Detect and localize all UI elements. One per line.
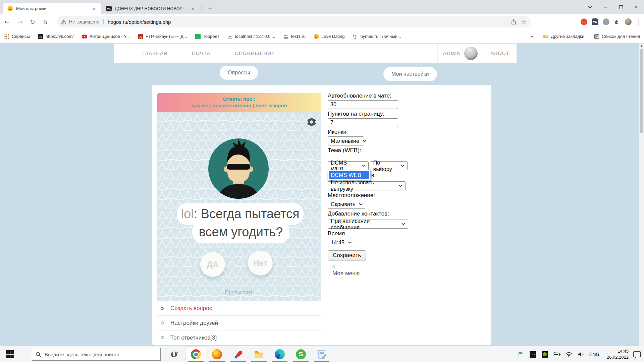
task-view-icon[interactable] bbox=[167, 346, 182, 362]
taskbar-search[interactable] bbox=[32, 348, 161, 361]
window-controls: – × bbox=[582, 0, 644, 14]
reading-list-button[interactable]: Список для чтения bbox=[594, 34, 640, 39]
back-link[interactable]: « bbox=[332, 263, 485, 269]
taskbar-skype[interactable]: S bbox=[290, 346, 311, 362]
profile-avatar-icon[interactable] bbox=[625, 18, 632, 25]
tab-my-settings[interactable]: Мои настройки bbox=[383, 67, 437, 81]
contacts-select[interactable]: При написании сообщения bbox=[328, 220, 408, 229]
per-page-input[interactable] bbox=[328, 118, 398, 127]
my-menu-link[interactable]: Мое меню bbox=[332, 270, 485, 277]
svg-text:vk: vk bbox=[39, 36, 42, 38]
tab-close-icon[interactable]: × bbox=[190, 5, 196, 11]
bookmark-services[interactable]: Сервисы bbox=[4, 34, 30, 39]
taskbar-edge[interactable] bbox=[269, 346, 290, 362]
tab-polls[interactable]: Опроссы bbox=[220, 66, 258, 80]
skip-link[interactable]: Пропустить bbox=[157, 290, 321, 296]
theme-web-select[interactable]: DCMS WEB bbox=[328, 161, 369, 170]
scrollbar-thumb[interactable] bbox=[640, 49, 643, 133]
bookmark-bymas[interactable]: bymas.ru | Личный... bbox=[353, 34, 401, 39]
top-responders-link[interactable]: Топ ответчиков[3] bbox=[157, 330, 321, 345]
banner-filter-online[interactable]: юзеров онлайн | bbox=[213, 103, 254, 108]
divider bbox=[326, 89, 326, 246]
search-input[interactable] bbox=[45, 352, 152, 357]
flag-icon[interactable] bbox=[515, 346, 527, 362]
bookmark-star-icon[interactable]: ☆ bbox=[521, 18, 527, 25]
home-icon[interactable]: ⌂ bbox=[40, 16, 51, 27]
taskbar-notepad[interactable] bbox=[311, 346, 332, 362]
about-link[interactable]: ABOUT bbox=[483, 44, 517, 63]
answer-yes-button[interactable]: ДА bbox=[200, 252, 225, 277]
warning-icon bbox=[61, 19, 66, 24]
browser-menu-icon[interactable]: ⋮ bbox=[636, 18, 641, 25]
user-menu[interactable]: ADMIN bbox=[437, 44, 483, 63]
nav-item-mail[interactable]: ПОЧТА bbox=[192, 50, 211, 56]
nav-item-notifications[interactable]: ОПОВИЩЕНИЕ bbox=[235, 50, 275, 56]
banner-filter-friends[interactable]: друзей | bbox=[192, 103, 212, 108]
skype-icon: S bbox=[296, 349, 306, 359]
close-window-button[interactable]: × bbox=[629, 0, 644, 14]
nvidia-icon[interactable] bbox=[539, 346, 551, 362]
poll-body: lol: Всегда пытается всем угодить? ДА Не… bbox=[157, 112, 321, 301]
taskbar-explorer[interactable] bbox=[249, 346, 269, 362]
bookmark-love-dating[interactable]: Love Dating bbox=[314, 34, 344, 39]
theme-wap-select[interactable]: По выбору bbox=[370, 161, 408, 170]
taskbar: S DD ENG 14:45 26.02.2022 bbox=[0, 346, 644, 362]
tab-close-icon[interactable]: × bbox=[91, 5, 97, 11]
share-icon[interactable] bbox=[511, 19, 517, 25]
browser-tab-news[interactable]: VK ДОНЕЦК ДНР НОВОСТИ НОВОР × bbox=[102, 3, 199, 14]
nav-item-main[interactable]: ГЛАВНАЯ bbox=[142, 50, 168, 56]
icons-select[interactable]: Маленькие bbox=[328, 136, 364, 145]
location-label: Местоположение: bbox=[328, 192, 485, 199]
scroll-up-icon[interactable]: ▲ bbox=[639, 44, 644, 47]
taskbar-chrome[interactable] bbox=[185, 346, 206, 362]
reload-icon[interactable]: ↻ bbox=[27, 16, 38, 27]
wifi-icon[interactable] bbox=[563, 346, 575, 362]
autorefresh-input[interactable] bbox=[328, 100, 398, 109]
address-bar[interactable]: Не защищено hogos.ru/option/settings.php… bbox=[57, 16, 531, 27]
bookmark-test1[interactable]: test1.ru bbox=[283, 34, 306, 39]
time-select[interactable]: 14:45 bbox=[328, 238, 351, 247]
theme-dropdown-option[interactable]: DCMS WEB bbox=[329, 171, 369, 179]
new-tab-button[interactable]: + bbox=[205, 4, 215, 13]
puzzle-icon[interactable] bbox=[613, 18, 621, 25]
volume-icon[interactable] bbox=[575, 346, 587, 362]
dolby-icon[interactable]: DD bbox=[527, 346, 539, 362]
taskbar-firefox[interactable] bbox=[207, 346, 227, 362]
back-icon[interactable]: ← bbox=[1, 16, 13, 27]
bookmark-ftp[interactable]: Д FTP-аккаунты — Д... bbox=[138, 34, 187, 39]
maximize-button[interactable] bbox=[613, 0, 629, 14]
adblock-extension-icon[interactable] bbox=[581, 18, 587, 25]
bookmark-torrent[interactable]: T Торрент bbox=[195, 34, 219, 39]
minimize-button[interactable]: – bbox=[598, 0, 613, 14]
user-avatar[interactable] bbox=[464, 47, 478, 60]
clock[interactable]: 14:45 26.02.2022 bbox=[602, 348, 629, 360]
create-question-link[interactable]: Создать вопрос bbox=[157, 301, 321, 315]
friends-settings-link[interactable]: Настройки друзей bbox=[157, 315, 321, 330]
theme-dropdown: DCMS WEB bbox=[328, 170, 371, 180]
bookmarks-overflow-icon[interactable]: » bbox=[530, 33, 534, 40]
start-button[interactable] bbox=[6, 350, 14, 358]
bookmark-localhost[interactable]: PMA localhost / 127.0.0.... bbox=[227, 34, 275, 39]
save-button[interactable]: Сохранить bbox=[328, 250, 366, 260]
language-indicator[interactable]: ENG bbox=[587, 352, 602, 357]
notification-icon[interactable] bbox=[633, 351, 641, 357]
battery-icon[interactable] bbox=[551, 346, 563, 362]
forward-icon[interactable]: → bbox=[14, 16, 25, 27]
chevron-down-icon[interactable] bbox=[582, 0, 598, 14]
upload-select[interactable]: Не использовать выгрузку bbox=[328, 181, 406, 190]
location-select[interactable]: Скрывать bbox=[328, 200, 365, 209]
gray-extension-icon[interactable] bbox=[603, 18, 609, 25]
bookmark-vk[interactable]: vk https://vk.com/ bbox=[38, 34, 74, 39]
svg-text:Д: Д bbox=[140, 35, 142, 39]
taskbar-paint-app[interactable] bbox=[228, 346, 249, 362]
page-scrollbar[interactable]: ▲ bbox=[639, 44, 644, 346]
bookmark-youtube[interactable]: Антон Денисов - Y... bbox=[82, 34, 130, 39]
vk-extension-icon[interactable]: VK bbox=[591, 18, 599, 25]
banner-filter-all[interactable]: всех юзеров bbox=[256, 103, 287, 108]
gear-icon[interactable] bbox=[306, 117, 317, 127]
browser-tab-settings[interactable]: Мои настройки × bbox=[3, 3, 101, 14]
other-bookmarks-button[interactable]: Другие закладки bbox=[543, 34, 584, 39]
answer-no-button[interactable]: Нет bbox=[248, 251, 273, 276]
firefox-icon bbox=[212, 349, 222, 359]
extensions-row: VK ⋮ bbox=[581, 16, 641, 27]
